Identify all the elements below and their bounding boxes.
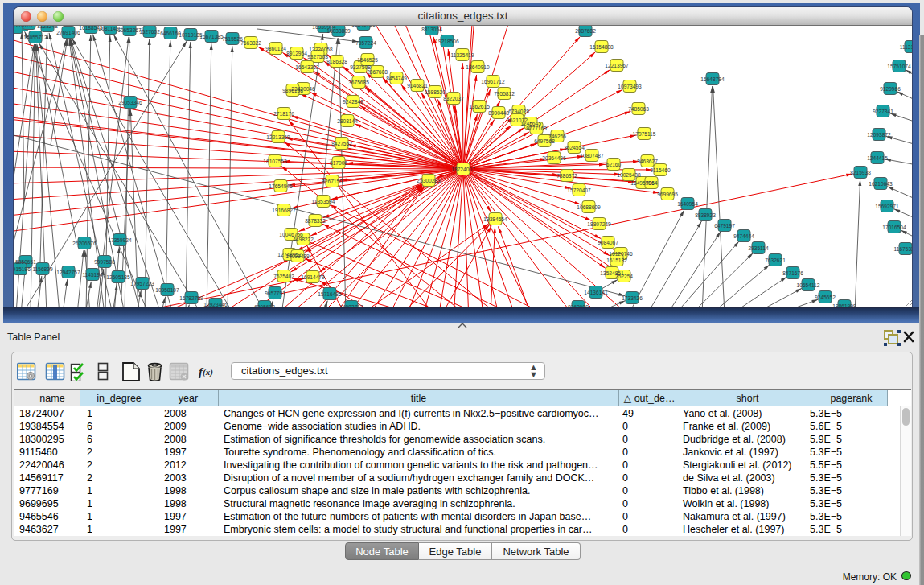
svg-text:8990448: 8990448 <box>488 110 509 116</box>
svg-text:2935114: 2935114 <box>748 245 769 251</box>
svg-text:12505185: 12505185 <box>106 274 130 280</box>
svg-text:7357224: 7357224 <box>355 40 376 46</box>
svg-text:2087682: 2087682 <box>575 28 596 34</box>
svg-text:6794028: 6794028 <box>508 109 529 114</box>
svg-text:18807249: 18807249 <box>587 221 611 227</box>
svg-text:1244415: 1244415 <box>867 155 888 161</box>
svg-text:2867608: 2867608 <box>367 69 388 75</box>
svg-text:20364436: 20364436 <box>542 155 566 161</box>
svg-text:16120746: 16120746 <box>609 251 633 257</box>
svg-text:1156829: 1156829 <box>32 266 53 272</box>
svg-text:16671385: 16671385 <box>199 34 224 39</box>
svg-text:12923446: 12923446 <box>203 302 228 307</box>
svg-text:8427552: 8427552 <box>331 141 352 146</box>
svg-text:16107553: 16107553 <box>263 159 287 164</box>
svg-text:617006: 617006 <box>330 160 347 166</box>
svg-text:9327503: 9327503 <box>307 54 328 60</box>
svg-text:252254: 252254 <box>615 274 633 279</box>
svg-text:17975115: 17975115 <box>633 131 656 137</box>
svg-text:7663822: 7663822 <box>240 40 261 46</box>
svg-text:14099489: 14099489 <box>285 253 310 259</box>
svg-text:3624554: 3624554 <box>564 145 585 150</box>
svg-text:6466160: 6466160 <box>160 31 181 36</box>
svg-text:1145194: 1145194 <box>82 272 103 278</box>
svg-text:16210643: 16210643 <box>869 181 893 187</box>
svg-text:9657791: 9657791 <box>265 290 285 296</box>
svg-text:18640910: 18640910 <box>466 64 490 70</box>
svg-text:9227341: 9227341 <box>873 109 893 114</box>
svg-text:17016504: 17016504 <box>882 225 906 230</box>
svg-text:9997588: 9997588 <box>94 259 115 265</box>
svg-text:3675685: 3675685 <box>348 80 369 85</box>
svg-text:7625402: 7625402 <box>273 274 294 279</box>
svg-text:9463627: 9463627 <box>637 159 658 164</box>
svg-text:1527602: 1527602 <box>139 29 160 35</box>
svg-text:8813054: 8813054 <box>421 27 442 32</box>
svg-text:10973493: 10973493 <box>618 84 642 89</box>
svg-text:18861999: 18861999 <box>832 303 856 308</box>
svg-text:15692971: 15692971 <box>875 204 899 209</box>
svg-text:7632621: 7632621 <box>765 257 786 263</box>
svg-text:14983713: 14983713 <box>339 304 363 308</box>
svg-text:8878332: 8878332 <box>305 218 326 224</box>
svg-text:19384554: 19384554 <box>483 216 507 222</box>
svg-text:9146821: 9146821 <box>407 83 428 89</box>
svg-text:11353594: 11353594 <box>312 199 335 204</box>
svg-text:9864: 9864 <box>646 180 658 186</box>
svg-text:11131719: 11131719 <box>900 44 912 50</box>
svg-text:9129966: 9129966 <box>880 86 901 92</box>
svg-text:9474444: 9474444 <box>733 233 754 239</box>
svg-text:10654112: 10654112 <box>797 282 820 288</box>
svg-text:(x): (x) <box>203 367 213 377</box>
svg-text:16154808: 16154808 <box>589 44 614 50</box>
svg-text:8912954: 8912954 <box>286 51 307 56</box>
svg-text:6479197: 6479197 <box>714 223 735 229</box>
svg-text:9860124: 9860124 <box>265 46 286 51</box>
svg-text:4498222: 4498222 <box>293 237 314 242</box>
svg-text:8471676: 8471676 <box>782 270 803 276</box>
svg-text:10807487: 10807487 <box>580 153 604 159</box>
svg-text:1362615: 1362615 <box>469 104 490 109</box>
svg-text:16914479: 16914479 <box>301 274 325 280</box>
svg-text:25300283: 25300283 <box>417 178 441 183</box>
svg-text:8128248: 8128248 <box>37 26 58 29</box>
svg-text:11325419: 11325419 <box>451 52 474 58</box>
svg-text:17957223: 17957223 <box>130 281 154 286</box>
svg-text:10653267: 10653267 <box>117 27 142 33</box>
svg-text:12942757: 12942757 <box>56 270 80 275</box>
svg-text:17654945: 17654945 <box>269 183 293 189</box>
svg-text:17359924: 17359924 <box>108 237 132 243</box>
svg-text:9242848: 9242848 <box>343 99 363 105</box>
svg-text:5850651: 5850651 <box>15 259 36 265</box>
svg-text:9699695: 9699695 <box>657 192 678 197</box>
svg-text:16961712: 16961712 <box>481 79 505 84</box>
svg-text:27691406: 27691406 <box>56 30 80 35</box>
svg-text:8454749: 8454749 <box>386 76 407 81</box>
svg-text:15716485: 15716485 <box>318 291 342 297</box>
svg-text:62160: 62160 <box>606 162 622 167</box>
svg-text:1588520: 1588520 <box>425 89 446 95</box>
svg-text:19166827: 19166827 <box>272 208 296 213</box>
svg-text:13226058: 13226058 <box>309 47 333 52</box>
svg-text:8322037: 8322037 <box>443 96 464 101</box>
svg-text:6497568: 6497568 <box>534 138 555 144</box>
svg-text:9245652: 9245652 <box>815 295 836 300</box>
svg-text:15720407: 15720407 <box>567 187 591 193</box>
svg-text:16782759: 16782759 <box>179 295 203 301</box>
svg-text:18724007: 18724007 <box>451 167 475 172</box>
svg-text:9777169: 9777169 <box>526 126 547 131</box>
svg-text:7955812: 7955812 <box>494 91 515 97</box>
svg-text:8267150: 8267150 <box>322 179 343 184</box>
svg-text:9361875: 9361875 <box>14 26 32 28</box>
svg-text:3915196: 3915196 <box>14 266 31 272</box>
svg-text:8186328: 8186328 <box>326 59 347 64</box>
svg-text:8215938: 8215938 <box>850 170 871 175</box>
svg-text:16543362: 16543362 <box>295 64 319 70</box>
svg-text:6305612: 6305612 <box>254 304 275 308</box>
svg-text:12093872: 12093872 <box>867 132 891 138</box>
svg-text:7485063: 7485063 <box>628 106 649 112</box>
svg-text:16840731: 16840731 <box>351 26 376 27</box>
svg-text:9084067: 9084067 <box>598 240 618 245</box>
svg-text:1615132: 1615132 <box>606 257 627 263</box>
svg-text:10688609: 10688609 <box>577 204 601 210</box>
